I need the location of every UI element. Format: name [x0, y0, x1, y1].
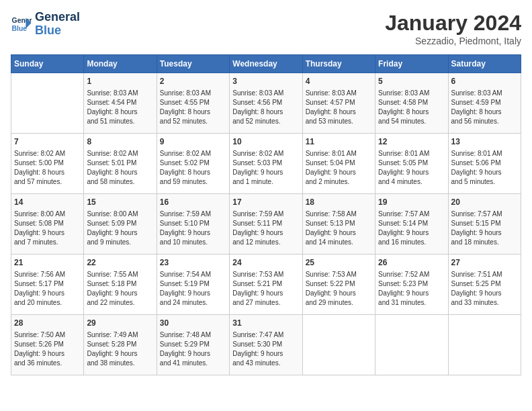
day-number: 18	[306, 197, 372, 208]
day-info: Sunrise: 7:47 AM Sunset: 5:30 PM Dayligh…	[232, 330, 299, 368]
calendar-cell: 9Sunrise: 8:02 AM Sunset: 5:02 PM Daylig…	[157, 134, 229, 194]
day-info: Sunrise: 8:03 AM Sunset: 4:57 PM Dayligh…	[306, 89, 372, 126]
day-info: Sunrise: 7:49 AM Sunset: 5:28 PM Dayligh…	[87, 330, 153, 368]
logo: General Blue General Blue	[11, 11, 80, 38]
day-number: 16	[160, 197, 226, 208]
calendar-cell: 12Sunrise: 8:01 AM Sunset: 5:05 PM Dayli…	[375, 134, 448, 194]
day-number: 3	[232, 76, 299, 87]
day-number: 2	[160, 76, 226, 87]
day-number: 25	[306, 257, 372, 269]
day-number: 13	[451, 136, 518, 148]
calendar-cell	[302, 315, 375, 375]
calendar-cell: 16Sunrise: 7:59 AM Sunset: 5:10 PM Dayli…	[157, 194, 229, 255]
page-header: General Blue General Blue January 2024 S…	[11, 11, 521, 46]
calendar-cell: 6Sunrise: 8:03 AM Sunset: 4:59 PM Daylig…	[448, 73, 521, 134]
day-info: Sunrise: 7:57 AM Sunset: 5:14 PM Dayligh…	[378, 210, 445, 247]
month-title: January 2024	[385, 11, 521, 36]
day-number: 23	[160, 257, 226, 269]
calendar-cell: 29Sunrise: 7:49 AM Sunset: 5:28 PM Dayli…	[84, 315, 157, 375]
day-number: 10	[232, 136, 299, 148]
day-info: Sunrise: 7:52 AM Sunset: 5:23 PM Dayligh…	[378, 270, 445, 308]
day-number: 11	[306, 136, 372, 148]
day-number: 12	[378, 136, 445, 148]
day-number: 22	[87, 257, 153, 269]
title-block: January 2024 Sezzadio, Piedmont, Italy	[385, 11, 521, 46]
day-info: Sunrise: 8:03 AM Sunset: 4:58 PM Dayligh…	[378, 89, 445, 126]
calendar-cell: 14Sunrise: 8:00 AM Sunset: 5:08 PM Dayli…	[11, 194, 84, 255]
calendar-cell: 21Sunrise: 7:56 AM Sunset: 5:17 PM Dayli…	[11, 255, 84, 315]
calendar-cell: 5Sunrise: 8:03 AM Sunset: 4:58 PM Daylig…	[375, 73, 448, 134]
day-info: Sunrise: 7:59 AM Sunset: 5:10 PM Dayligh…	[160, 210, 226, 247]
calendar-cell: 26Sunrise: 7:52 AM Sunset: 5:23 PM Dayli…	[375, 255, 448, 315]
day-info: Sunrise: 7:58 AM Sunset: 5:13 PM Dayligh…	[306, 210, 372, 247]
day-number: 15	[87, 197, 153, 208]
day-info: Sunrise: 8:00 AM Sunset: 5:09 PM Dayligh…	[87, 210, 153, 247]
calendar-cell	[448, 315, 521, 375]
week-row-4: 21Sunrise: 7:56 AM Sunset: 5:17 PM Dayli…	[11, 255, 521, 315]
day-info: Sunrise: 8:02 AM Sunset: 5:02 PM Dayligh…	[160, 149, 226, 187]
day-info: Sunrise: 8:01 AM Sunset: 5:06 PM Dayligh…	[451, 149, 518, 187]
calendar-cell: 24Sunrise: 7:53 AM Sunset: 5:21 PM Dayli…	[230, 255, 302, 315]
day-info: Sunrise: 7:54 AM Sunset: 5:19 PM Dayligh…	[160, 270, 226, 308]
day-info: Sunrise: 8:03 AM Sunset: 4:56 PM Dayligh…	[232, 89, 299, 126]
day-number: 30	[160, 318, 226, 329]
day-number: 17	[232, 197, 299, 208]
calendar-cell: 7Sunrise: 8:02 AM Sunset: 5:00 PM Daylig…	[11, 134, 84, 194]
day-number: 28	[14, 318, 81, 329]
day-info: Sunrise: 8:03 AM Sunset: 4:54 PM Dayligh…	[87, 89, 153, 126]
day-number: 5	[378, 76, 445, 87]
calendar-cell: 3Sunrise: 8:03 AM Sunset: 4:56 PM Daylig…	[230, 73, 302, 134]
day-info: Sunrise: 8:02 AM Sunset: 5:01 PM Dayligh…	[87, 149, 153, 187]
calendar-cell: 30Sunrise: 7:48 AM Sunset: 5:29 PM Dayli…	[157, 315, 229, 375]
day-info: Sunrise: 7:55 AM Sunset: 5:18 PM Dayligh…	[87, 270, 153, 308]
header-row: SundayMondayTuesdayWednesdayThursdayFrid…	[11, 55, 521, 73]
calendar-cell: 27Sunrise: 7:51 AM Sunset: 5:25 PM Dayli…	[448, 255, 521, 315]
day-header-wednesday: Wednesday	[230, 55, 302, 73]
day-number: 9	[160, 136, 226, 148]
calendar-cell: 20Sunrise: 7:57 AM Sunset: 5:15 PM Dayli…	[448, 194, 521, 255]
day-header-saturday: Saturday	[448, 55, 521, 73]
day-info: Sunrise: 8:03 AM Sunset: 4:59 PM Dayligh…	[451, 89, 518, 126]
calendar-cell: 10Sunrise: 8:02 AM Sunset: 5:03 PM Dayli…	[230, 134, 302, 194]
logo-icon: General Blue	[11, 13, 32, 35]
day-info: Sunrise: 8:00 AM Sunset: 5:08 PM Dayligh…	[14, 210, 81, 247]
day-number: 8	[87, 136, 153, 148]
day-info: Sunrise: 8:02 AM Sunset: 5:00 PM Dayligh…	[14, 149, 81, 187]
day-number: 4	[306, 76, 372, 87]
day-info: Sunrise: 8:02 AM Sunset: 5:03 PM Dayligh…	[232, 149, 299, 187]
day-info: Sunrise: 8:03 AM Sunset: 4:55 PM Dayligh…	[160, 89, 226, 126]
calendar-cell: 18Sunrise: 7:58 AM Sunset: 5:13 PM Dayli…	[302, 194, 375, 255]
day-number: 7	[14, 136, 81, 148]
day-number: 14	[14, 197, 81, 208]
calendar-cell: 25Sunrise: 7:53 AM Sunset: 5:22 PM Dayli…	[302, 255, 375, 315]
day-number: 19	[378, 197, 445, 208]
day-number: 26	[378, 257, 445, 269]
week-row-1: 1Sunrise: 8:03 AM Sunset: 4:54 PM Daylig…	[11, 73, 521, 134]
day-header-thursday: Thursday	[302, 55, 375, 73]
calendar-cell	[375, 315, 448, 375]
day-number: 27	[451, 257, 518, 269]
day-info: Sunrise: 8:01 AM Sunset: 5:04 PM Dayligh…	[306, 149, 372, 187]
day-number: 29	[87, 318, 153, 329]
calendar-cell: 1Sunrise: 8:03 AM Sunset: 4:54 PM Daylig…	[84, 73, 157, 134]
day-number: 20	[451, 197, 518, 208]
calendar-cell: 13Sunrise: 8:01 AM Sunset: 5:06 PM Dayli…	[448, 134, 521, 194]
calendar-cell: 17Sunrise: 7:59 AM Sunset: 5:11 PM Dayli…	[230, 194, 302, 255]
calendar-cell: 8Sunrise: 8:02 AM Sunset: 5:01 PM Daylig…	[84, 134, 157, 194]
calendar-cell: 28Sunrise: 7:50 AM Sunset: 5:26 PM Dayli…	[11, 315, 84, 375]
logo-text-line1: General	[35, 11, 80, 24]
svg-text:Blue: Blue	[12, 24, 28, 32]
day-info: Sunrise: 7:53 AM Sunset: 5:21 PM Dayligh…	[232, 270, 299, 308]
day-info: Sunrise: 8:01 AM Sunset: 5:05 PM Dayligh…	[378, 149, 445, 187]
day-header-sunday: Sunday	[11, 55, 84, 73]
logo-text-line2: Blue	[35, 24, 80, 38]
calendar-cell: 22Sunrise: 7:55 AM Sunset: 5:18 PM Dayli…	[84, 255, 157, 315]
week-row-2: 7Sunrise: 8:02 AM Sunset: 5:00 PM Daylig…	[11, 134, 521, 194]
calendar-table: SundayMondayTuesdayWednesdayThursdayFrid…	[11, 54, 521, 375]
day-number: 24	[232, 257, 299, 269]
day-info: Sunrise: 7:59 AM Sunset: 5:11 PM Dayligh…	[232, 210, 299, 247]
calendar-cell: 31Sunrise: 7:47 AM Sunset: 5:30 PM Dayli…	[230, 315, 302, 375]
calendar-cell: 23Sunrise: 7:54 AM Sunset: 5:19 PM Dayli…	[157, 255, 229, 315]
day-info: Sunrise: 7:56 AM Sunset: 5:17 PM Dayligh…	[14, 270, 81, 308]
week-row-3: 14Sunrise: 8:00 AM Sunset: 5:08 PM Dayli…	[11, 194, 521, 255]
